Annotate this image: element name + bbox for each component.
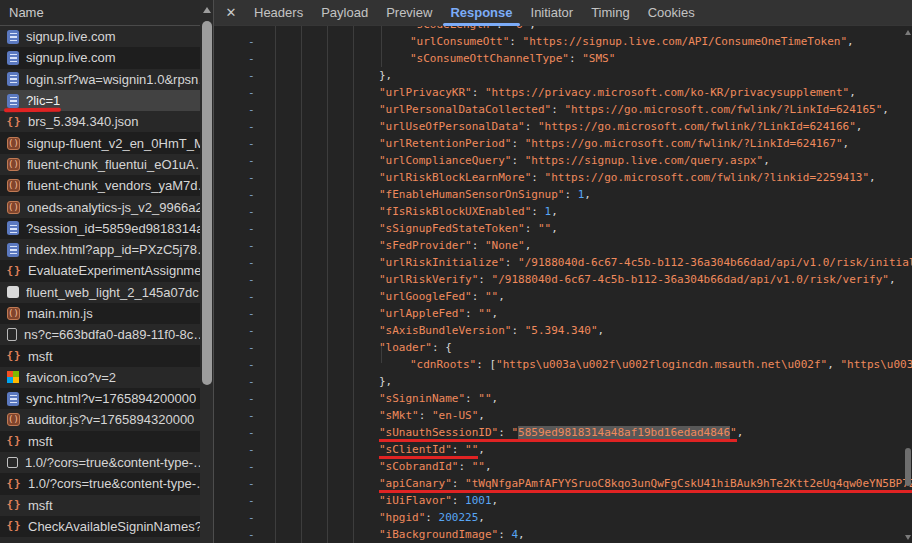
request-label: fluent-chunk_vendors_yaM7d… bbox=[27, 178, 200, 193]
scrollbar-thumb[interactable] bbox=[905, 448, 911, 486]
network-request-row[interactable]: msft bbox=[0, 431, 200, 452]
scroll-up-arrow-icon[interactable] bbox=[203, 7, 211, 13]
network-request-row[interactable] bbox=[0, 537, 200, 543]
network-request-row[interactable]: EvaluateExperimentAssignme… bbox=[0, 260, 200, 281]
response-line: -"sSigninName": "", bbox=[214, 390, 912, 407]
network-request-row[interactable]: msft bbox=[0, 495, 200, 516]
fold-marker[interactable]: - bbox=[248, 373, 255, 390]
json-punctuation: : bbox=[472, 86, 485, 99]
network-list-scrollbar[interactable] bbox=[200, 0, 213, 543]
network-request-row[interactable]: fluent-chunk_vendors_yaM7d… bbox=[0, 175, 200, 196]
fold-marker[interactable]: - bbox=[248, 67, 255, 84]
json-string: "urlRiskVerify" bbox=[379, 273, 478, 286]
fold-marker[interactable]: - bbox=[248, 526, 255, 543]
fold-marker[interactable]: - bbox=[248, 118, 255, 135]
request-label: ?session_id=5859ed9818314a… bbox=[26, 221, 200, 236]
fold-marker[interactable]: - bbox=[248, 305, 255, 322]
json-punctuation: , bbox=[584, 188, 591, 201]
json-string: "https://go.microsoft.com/fwlink/?LinkId… bbox=[564, 103, 882, 116]
fold-marker[interactable]: - bbox=[248, 424, 255, 441]
network-request-row[interactable]: signup-fluent_v2_en_0HmT_M… bbox=[0, 132, 200, 153]
network-request-row[interactable]: login.srf?wa=wsignin1.0&rpsn… bbox=[0, 69, 200, 90]
json-punctuation: : bbox=[458, 460, 471, 473]
fold-marker[interactable]: - bbox=[248, 509, 255, 526]
tab-timing[interactable]: Timing bbox=[582, 0, 639, 26]
fold-marker[interactable]: - bbox=[248, 339, 255, 356]
tab-response[interactable]: Response bbox=[441, 0, 521, 26]
close-icon[interactable]: ✕ bbox=[223, 5, 239, 20]
fold-marker[interactable]: - bbox=[248, 33, 255, 50]
json-punctuation: , bbox=[478, 409, 485, 422]
request-label: favicon.ico?v=2 bbox=[26, 370, 116, 385]
network-request-row[interactable]: CheckAvailableSigninNames?l… bbox=[0, 516, 200, 537]
tab-cookies[interactable]: Cookies bbox=[639, 0, 704, 26]
fold-marker[interactable]: - bbox=[248, 237, 255, 254]
network-request-row[interactable]: sync.html?v=1765894200000 bbox=[0, 388, 200, 409]
fold-marker[interactable]: - bbox=[248, 356, 255, 373]
network-request-row[interactable]: index.html?app_id=PXzC5j78… bbox=[0, 239, 200, 260]
json-punctuation: , bbox=[763, 154, 770, 167]
scrollbar-thumb[interactable] bbox=[202, 21, 212, 385]
panel-divider[interactable] bbox=[213, 0, 214, 543]
json-string: "urlGoogleFed" bbox=[379, 290, 472, 303]
json-string: "loader" bbox=[379, 341, 432, 354]
name-column-header[interactable]: Name bbox=[0, 0, 200, 26]
network-request-row[interactable]: fluent_web_light_2_145a07dc… bbox=[0, 282, 200, 303]
fold-marker[interactable]: - bbox=[248, 288, 255, 305]
fold-marker[interactable]: - bbox=[248, 441, 255, 458]
js-icon bbox=[7, 158, 20, 171]
tab-payload[interactable]: Payload bbox=[312, 0, 377, 26]
request-label: EvaluateExperimentAssignme… bbox=[28, 263, 200, 278]
json-number: 1001 bbox=[465, 494, 492, 507]
fold-marker[interactable]: - bbox=[248, 475, 255, 492]
network-request-row[interactable]: ns?c=663bdfa0-da89-11f0-8c… bbox=[0, 324, 200, 345]
fold-marker[interactable]: - bbox=[248, 101, 255, 118]
tab-initiator[interactable]: Initiator bbox=[522, 0, 583, 26]
network-request-row[interactable]: 1.0/?cors=true&content-type-… bbox=[0, 452, 200, 473]
fold-marker[interactable]: - bbox=[248, 203, 255, 220]
fold-marker[interactable]: - bbox=[248, 169, 255, 186]
network-request-row[interactable]: signup.live.com bbox=[0, 26, 200, 47]
network-request-row[interactable]: fluent-chunk_fluentui_eO1uA… bbox=[0, 154, 200, 175]
network-request-row[interactable]: signup.live.com bbox=[0, 47, 200, 68]
scroll-down-arrow-icon[interactable] bbox=[905, 535, 911, 540]
network-request-row[interactable]: ?session_id=5859ed9818314a… bbox=[0, 218, 200, 239]
network-request-row[interactable]: main.min.js bbox=[0, 303, 200, 324]
json-icon bbox=[7, 115, 21, 129]
fold-marker[interactable]: - bbox=[248, 135, 255, 152]
scroll-up-arrow-icon[interactable] bbox=[905, 30, 911, 35]
request-label: oneds-analytics-js_v2_9966a2… bbox=[27, 200, 200, 215]
json-punctuation: }, bbox=[379, 69, 392, 82]
doc-icon bbox=[7, 51, 19, 65]
tab-headers[interactable]: Headers bbox=[245, 0, 312, 26]
fold-marker[interactable]: - bbox=[248, 152, 255, 169]
fold-marker[interactable]: - bbox=[248, 271, 255, 288]
network-request-row[interactable]: brs_5.394.340.json bbox=[0, 111, 200, 132]
network-request-row[interactable]: auditor.js?v=1765894320000 bbox=[0, 409, 200, 430]
fold-marker[interactable]: - bbox=[248, 492, 255, 509]
network-request-row[interactable]: 1.0/?cors=true&content-type-… bbox=[0, 473, 200, 494]
fold-marker[interactable]: - bbox=[248, 186, 255, 203]
json-punctuation: : bbox=[569, 52, 582, 65]
json-punctuation: , bbox=[478, 443, 485, 456]
network-request-row[interactable]: favicon.ico?v=2 bbox=[0, 367, 200, 388]
fold-marker[interactable]: - bbox=[248, 458, 255, 475]
response-scrollbar[interactable] bbox=[903, 26, 912, 543]
fold-marker[interactable]: - bbox=[248, 84, 255, 101]
json-string: "fEnableHumanSensorOnSignup" bbox=[379, 188, 564, 201]
json-punctuation: : bbox=[452, 477, 465, 493]
fold-marker[interactable]: - bbox=[248, 322, 255, 339]
fold-marker[interactable]: - bbox=[248, 407, 255, 424]
network-request-row[interactable]: msft bbox=[0, 345, 200, 366]
fold-marker[interactable]: - bbox=[248, 220, 255, 237]
fold-marker[interactable]: - bbox=[248, 50, 255, 67]
fold-marker[interactable]: - bbox=[248, 26, 255, 33]
fold-marker[interactable]: - bbox=[248, 390, 255, 407]
json-punctuation: : bbox=[551, 103, 564, 116]
json-punctuation: : bbox=[472, 290, 485, 303]
tab-preview[interactable]: Preview bbox=[377, 0, 441, 26]
fold-marker[interactable]: - bbox=[248, 254, 255, 271]
network-request-row[interactable]: oneds-analytics-js_v2_9966a2… bbox=[0, 196, 200, 217]
json-punctuation: : bbox=[509, 35, 522, 48]
json-string: "tWqNfgaPAmfAFYYSruoC8kqo3unQwFgCskU41hi… bbox=[465, 477, 912, 493]
